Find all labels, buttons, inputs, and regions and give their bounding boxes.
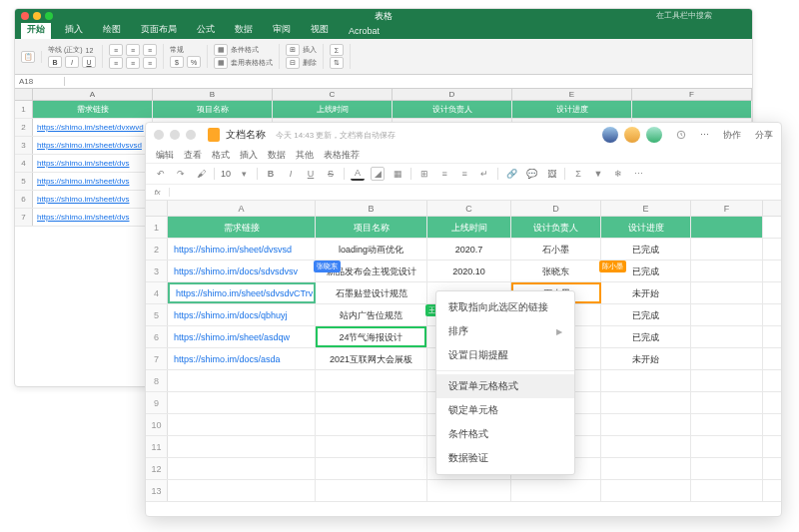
fill-color-button[interactable]: ◢ bbox=[371, 167, 385, 181]
table-cell[interactable]: 张晓东 bbox=[511, 261, 601, 281]
table-cell[interactable] bbox=[601, 480, 691, 501]
table-cell[interactable] bbox=[691, 414, 763, 435]
menu-view[interactable]: 查看 bbox=[184, 149, 202, 162]
table-cell[interactable]: 2021互联网大会展板 bbox=[316, 348, 427, 369]
image-button[interactable]: 🖼 bbox=[544, 167, 558, 181]
table-cell[interactable]: 已完成 bbox=[601, 326, 691, 347]
history-button[interactable] bbox=[676, 130, 686, 140]
maximize-icon[interactable] bbox=[45, 12, 53, 20]
table-cell[interactable]: 站内广告位规范 bbox=[316, 304, 427, 325]
table-cell[interactable]: 2020.7 bbox=[427, 239, 511, 260]
table-cell[interactable]: https://shimo.im/sheet/sdvsdvCTrvKB bbox=[168, 282, 316, 303]
col-header[interactable]: D bbox=[393, 89, 512, 100]
table-cell[interactable]: https://shimo.im/docs/sdvsdvsv bbox=[168, 261, 316, 281]
table-cell[interactable] bbox=[691, 282, 763, 303]
share-button[interactable]: 分享 bbox=[755, 129, 773, 142]
menu-recommend[interactable]: 表格推荐 bbox=[324, 149, 360, 162]
header-cell[interactable]: 上线时间 bbox=[273, 101, 393, 118]
table-cell[interactable]: https://shimo.im/sheet/asdqw bbox=[168, 326, 316, 347]
menu-insert[interactable]: 插入 bbox=[240, 149, 258, 162]
cell-reference[interactable]: A18 bbox=[15, 77, 65, 86]
ribbon-tab-layout[interactable]: 页面布局 bbox=[135, 21, 183, 39]
table-cell[interactable] bbox=[691, 458, 763, 479]
table-cell[interactable] bbox=[691, 480, 763, 501]
align-button[interactable]: ≡ bbox=[437, 167, 451, 181]
align-button[interactable]: ≡ bbox=[126, 57, 140, 69]
italic-button[interactable]: I bbox=[284, 167, 298, 181]
align-button[interactable]: ≡ bbox=[126, 44, 140, 56]
table-cell[interactable] bbox=[168, 392, 316, 413]
percent-button[interactable]: % bbox=[187, 56, 201, 68]
table-cell[interactable]: https://shimo.im/docs/qbhuyj bbox=[168, 304, 316, 325]
header-cell[interactable]: 设计负责人 bbox=[393, 101, 512, 118]
insert-cell-button[interactable]: ⊞ bbox=[286, 44, 300, 56]
table-cell[interactable]: 未开始 bbox=[601, 282, 691, 303]
col-header[interactable]: A bbox=[168, 201, 316, 216]
col-header[interactable]: B bbox=[153, 89, 273, 100]
table-cell[interactable] bbox=[691, 261, 763, 281]
italic-button[interactable]: I bbox=[65, 56, 79, 68]
table-cell[interactable]: loading动画优化 bbox=[316, 239, 427, 260]
ribbon-tab-acrobat[interactable]: Acrobat bbox=[343, 24, 386, 39]
collaborator-avatar[interactable] bbox=[624, 127, 640, 143]
ribbon-tab-view[interactable]: 视图 bbox=[305, 21, 335, 39]
sort-button[interactable]: ⇅ bbox=[330, 57, 344, 69]
align-button[interactable]: ≡ bbox=[109, 44, 123, 56]
table-cell[interactable] bbox=[601, 414, 691, 435]
context-menu-item[interactable]: 排序▶ bbox=[436, 319, 574, 343]
border-button[interactable]: ▦ bbox=[391, 167, 404, 181]
ribbon-tab-formula[interactable]: 公式 bbox=[191, 21, 221, 39]
menu-edit[interactable]: 编辑 bbox=[156, 149, 174, 162]
merge-button[interactable]: ⊞ bbox=[417, 167, 431, 181]
context-menu-item[interactable]: 条件格式 bbox=[436, 422, 574, 446]
doc-name[interactable]: 文档名称 bbox=[226, 128, 266, 142]
table-cell[interactable] bbox=[316, 436, 427, 457]
table-cell[interactable]: 2020.10 bbox=[427, 261, 511, 281]
align-button[interactable]: ≡ bbox=[109, 57, 123, 69]
table-cell[interactable] bbox=[601, 436, 691, 457]
context-menu-item[interactable]: 获取指向此选区的链接 bbox=[436, 295, 574, 319]
sum-button[interactable]: Σ bbox=[330, 44, 344, 56]
header-cell[interactable] bbox=[632, 101, 752, 118]
table-cell[interactable] bbox=[168, 458, 316, 479]
undo-button[interactable]: ↶ bbox=[154, 167, 168, 181]
paste-button[interactable]: 📋 bbox=[21, 51, 35, 63]
ribbon-tab-data[interactable]: 数据 bbox=[229, 21, 259, 39]
table-cell[interactable]: 已完成 bbox=[601, 239, 691, 260]
table-cell[interactable] bbox=[691, 348, 763, 369]
header-cell[interactable]: 上线时间 bbox=[427, 217, 511, 238]
comment-button[interactable]: 💬 bbox=[524, 167, 538, 181]
table-cell[interactable]: https://shimo.im/sheet/dvs bbox=[33, 191, 153, 208]
valign-button[interactable]: ≡ bbox=[457, 167, 471, 181]
table-cell[interactable] bbox=[601, 370, 691, 391]
col-header[interactable]: E bbox=[601, 201, 691, 216]
delete-cell-button[interactable]: ⊟ bbox=[286, 57, 300, 69]
table-style-button[interactable]: ▦ bbox=[214, 57, 228, 69]
context-menu-item[interactable]: 设置单元格格式 bbox=[436, 374, 574, 398]
header-cell[interactable] bbox=[691, 217, 763, 238]
font-selector[interactable]: 等线 (正文) bbox=[48, 45, 83, 55]
header-cell[interactable]: 设计进度 bbox=[601, 217, 691, 238]
table-cell[interactable] bbox=[316, 480, 427, 501]
table-cell[interactable]: 24节气海报设计 bbox=[316, 326, 427, 347]
table-cell[interactable] bbox=[601, 458, 691, 479]
bold-button[interactable]: B bbox=[264, 167, 278, 181]
header-cell[interactable]: 设计进度 bbox=[512, 101, 632, 118]
table-cell[interactable]: 石墨贴登设计规范 bbox=[316, 282, 427, 303]
bold-button[interactable]: B bbox=[48, 56, 62, 68]
more-toolbar-button[interactable]: ⋯ bbox=[631, 167, 645, 181]
menu-format[interactable]: 格式 bbox=[212, 149, 230, 162]
col-header[interactable]: F bbox=[632, 89, 752, 100]
more-button[interactable]: ⋯ bbox=[700, 130, 709, 140]
ribbon-tab-insert[interactable]: 插入 bbox=[59, 21, 89, 39]
table-cell[interactable]: 石小墨 bbox=[511, 239, 601, 260]
table-cell[interactable]: https://shimo.im/docs/asda bbox=[168, 348, 316, 369]
table-cell[interactable] bbox=[691, 370, 763, 391]
header-cell[interactable]: 项目名称 bbox=[316, 217, 427, 238]
menu-other[interactable]: 其他 bbox=[296, 149, 314, 162]
context-menu-item[interactable]: 设置日期提醒 bbox=[436, 343, 574, 367]
header-cell[interactable]: 设计负责人 bbox=[511, 217, 601, 238]
table-cell[interactable] bbox=[316, 392, 427, 413]
table-cell[interactable] bbox=[316, 458, 427, 479]
table-cell[interactable]: 未开始 bbox=[601, 348, 691, 369]
